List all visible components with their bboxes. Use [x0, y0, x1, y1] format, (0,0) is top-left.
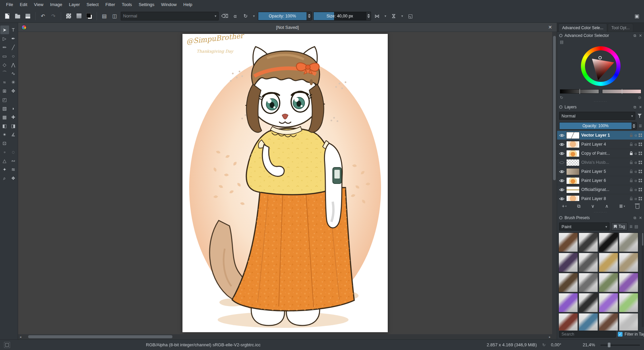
brush-presets-chooser-icon[interactable]: ◫ — [110, 12, 119, 20]
transform-tool[interactable]: ⊞ — [0, 87, 9, 95]
save-icon[interactable] — [23, 12, 32, 20]
shade-strip-dark[interactable] — [560, 89, 599, 94]
smart-patch-tool[interactable]: ✚ — [9, 113, 18, 121]
shade-strips[interactable] — [557, 88, 644, 95]
alpha-lock-icon[interactable]: α — [635, 197, 637, 201]
layer-opacity-slider[interactable]: Opacity: 100% — [559, 122, 637, 130]
brush-search-input[interactable] — [559, 331, 616, 338]
layer-style-icon[interactable] — [639, 152, 642, 155]
brush-preset-thumbnail[interactable] — [619, 273, 638, 292]
measure-tool[interactable]: ∡ — [9, 130, 18, 139]
layer-visibility-icon[interactable] — [559, 170, 565, 173]
assistants-tool[interactable]: ✴ — [0, 130, 9, 139]
alpha-lock-icon[interactable]: α — [635, 151, 637, 156]
gradient-tool[interactable]: ▧ — [0, 104, 9, 113]
layers-menu-icon[interactable]: ≣ — [639, 123, 642, 128]
float-docker-icon[interactable]: ⧉ — [634, 34, 636, 38]
brush-preset-thumbnail[interactable] — [619, 293, 638, 312]
layer-style-icon[interactable] — [639, 179, 642, 182]
polyline-tool[interactable]: ⋀ — [9, 60, 18, 69]
layer-visibility-icon[interactable] — [559, 197, 565, 201]
horizontal-scrollbar[interactable]: ◂ ▸ — [18, 334, 552, 339]
vertical-scrollbar[interactable] — [552, 32, 557, 334]
layer-filter-icon[interactable] — [637, 113, 642, 118]
layer-style-icon[interactable] — [639, 197, 642, 200]
brush-preset-thumbnail[interactable] — [599, 273, 618, 292]
close-document-icon[interactable]: ✕ — [547, 24, 553, 30]
layer-lock-icon[interactable] — [630, 151, 633, 155]
rectangular-select-tool[interactable]: ▫ — [0, 148, 9, 156]
move-tool[interactable]: ✥ — [9, 87, 18, 95]
layer-row[interactable]: Paint Layer 4 α — [557, 140, 644, 149]
brush-preset-thumbnail[interactable] — [599, 293, 618, 312]
layer-lock-icon[interactable] — [630, 133, 633, 137]
brush-size-slider[interactable]: Size: 40,00 px — [313, 12, 371, 20]
selection-mode-icon[interactable] — [4, 342, 10, 348]
color-history-icon[interactable]: ↻ — [560, 95, 563, 100]
float-docker-icon[interactable]: ⧉ — [634, 105, 636, 109]
tag-button[interactable]: Tag — [611, 222, 628, 231]
bezier-curve-tool[interactable]: ⌒ — [0, 69, 9, 78]
layer-lock-icon[interactable] — [630, 142, 633, 146]
preserve-alpha-icon[interactable]: α — [231, 12, 239, 20]
undo-icon[interactable]: ↶ — [39, 12, 47, 20]
crop-tool[interactable]: ◰ — [0, 95, 9, 104]
docker-drag-handle[interactable]: ········ — [557, 100, 644, 103]
text-tool[interactable]: T — [9, 26, 18, 34]
duplicate-layer-button[interactable]: ⧉ — [577, 203, 581, 209]
dropdown-arrow-icon[interactable]: ▾ — [252, 12, 256, 20]
selector-settings-icon[interactable]: ▤ — [560, 40, 564, 44]
trim-canvas-icon[interactable]: ◱ — [406, 12, 415, 20]
freehand-select-tool[interactable]: ∾ — [9, 156, 18, 165]
layer-row[interactable]: Paint Layer 8 α — [557, 194, 644, 201]
canvas-viewport[interactable]: @SimpuBrother Thanksgiving Day — [18, 32, 552, 334]
line-tool[interactable]: ╱ — [9, 43, 18, 52]
document-canvas[interactable]: @SimpuBrother Thanksgiving Day — [182, 34, 388, 332]
reload-preset-icon[interactable]: ↻ — [241, 12, 250, 20]
zoom-slider[interactable] — [600, 343, 640, 347]
opacity-slider[interactable]: Opacity: 100% — [258, 12, 312, 20]
filter-in-tag-checkbox[interactable]: ✓ — [618, 332, 623, 337]
vscroll-handle[interactable] — [553, 36, 556, 180]
alpha-lock-icon[interactable]: α — [635, 142, 637, 147]
select-shapes-tool[interactable]: ➤ — [0, 26, 9, 34]
layer-style-icon[interactable] — [639, 170, 642, 173]
brush-tag-filter-select[interactable]: Paint ▾ — [559, 222, 609, 231]
hue-ring[interactable] — [581, 46, 621, 86]
edit-shapes-tool[interactable]: ▷ — [0, 34, 9, 43]
new-document-icon[interactable] — [3, 12, 11, 20]
layer-lock-icon[interactable] — [630, 160, 633, 164]
docker-tab-0[interactable]: Advanced Color Sele... — [558, 23, 607, 32]
brush-preset-thumbnail[interactable] — [558, 253, 578, 272]
freehand-path-tool[interactable]: ∿ — [9, 69, 18, 78]
menu-file[interactable]: File — [3, 0, 16, 9]
layer-style-icon[interactable] — [639, 188, 642, 191]
fill-tool[interactable]: ◧ — [0, 121, 9, 130]
menu-settings[interactable]: Settings — [135, 0, 158, 9]
brush-preset-thumbnail[interactable] — [558, 313, 578, 331]
preset-list-view-icon[interactable]: ≣ — [629, 224, 633, 229]
fg-bg-color-chip[interactable] — [85, 12, 94, 20]
polygon-tool[interactable]: ◇ — [0, 60, 9, 69]
alpha-lock-icon[interactable]: α — [635, 160, 637, 165]
open-document-icon[interactable] — [13, 12, 22, 20]
saturation-value-triangle[interactable] — [581, 46, 621, 86]
layer-lock-icon[interactable] — [630, 197, 633, 201]
alpha-lock-icon[interactable]: α — [635, 133, 637, 138]
scroll-left-icon[interactable]: ◂ — [18, 335, 23, 339]
pattern-edit-tool[interactable]: ▦ — [0, 113, 9, 121]
brush-preset-thumbnail[interactable] — [558, 233, 578, 252]
brush-preset-thumbnail[interactable] — [579, 313, 598, 331]
shade-strip-light[interactable] — [602, 89, 641, 94]
workspace-chooser-icon[interactable]: ▣ — [633, 12, 641, 20]
brush-preset-thumbnail[interactable] — [558, 293, 578, 312]
scroll-right-icon[interactable]: ▸ — [547, 335, 552, 339]
float-docker-icon[interactable]: ⧉ — [634, 216, 636, 220]
redo-icon[interactable]: ↷ — [49, 12, 58, 20]
close-docker-icon[interactable]: ✕ — [639, 34, 642, 38]
move-layer-up-button[interactable]: ∧ — [605, 203, 608, 209]
multibrush-tool[interactable]: ✳ — [9, 78, 18, 87]
enclose-fill-tool[interactable]: ◨ — [9, 121, 18, 130]
menu-tools[interactable]: Tools — [118, 0, 135, 9]
memory-refresh-icon[interactable]: ↻ — [542, 343, 546, 347]
